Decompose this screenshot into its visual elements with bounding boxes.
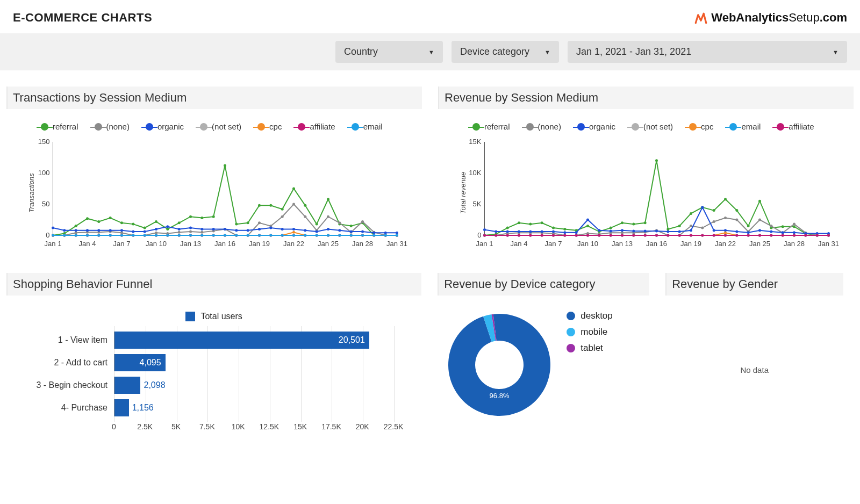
svg-point-71: [327, 215, 329, 218]
svg-point-72: [338, 221, 341, 224]
legend-item-none[interactable]: (none): [526, 122, 561, 131]
svg-point-74: [361, 220, 364, 223]
legend-item-email[interactable]: email: [729, 122, 761, 131]
legend-item-cpc[interactable]: cpc: [689, 122, 713, 131]
funnel-axis-tick: 5K: [171, 422, 181, 431]
svg-text:Jan 19: Jan 19: [249, 240, 270, 248]
panel-revenue-by-medium: Revenue by Session Medium referral(none)…: [438, 87, 854, 257]
svg-point-79: [63, 229, 66, 232]
svg-point-228: [350, 234, 353, 237]
legend-label: mobile: [580, 327, 607, 337]
svg-point-24: [144, 227, 146, 229]
legend-item-none[interactable]: (none): [95, 122, 130, 131]
legend-item-cpc[interactable]: cpc: [257, 122, 282, 131]
svg-text:Jan 28: Jan 28: [784, 240, 805, 248]
svg-point-329: [690, 229, 692, 232]
svg-point-452: [678, 234, 681, 237]
svg-point-18: [75, 225, 77, 227]
svg-point-94: [235, 229, 238, 232]
panel-revenue-by-device: Revenue by Device category 96.8% desktop…: [438, 273, 649, 444]
header: E-COMMERCE CHARTS WebAnalyticsSetup.com: [0, 0, 860, 33]
svg-point-219: [247, 234, 249, 237]
device-donut-chart: 96.8%: [443, 308, 556, 421]
legend-item-referral[interactable]: referral: [41, 122, 78, 131]
svg-point-208: [120, 234, 123, 237]
svg-point-37: [292, 188, 295, 190]
svg-point-216: [212, 234, 215, 237]
svg-point-253: [529, 223, 532, 226]
donut-legend-item-desktop[interactable]: desktop: [567, 311, 613, 321]
svg-point-89: [178, 228, 181, 231]
svg-point-261: [621, 221, 624, 224]
legend-item-referral[interactable]: referral: [472, 122, 510, 131]
svg-text:Jan 10: Jan 10: [577, 240, 598, 248]
funnel-legend: Total users: [12, 312, 416, 321]
donut-legend-item-tablet[interactable]: tablet: [567, 343, 613, 354]
legend-item-affiliate[interactable]: affiliate: [777, 122, 814, 131]
svg-point-264: [655, 159, 658, 162]
svg-point-324: [632, 229, 635, 232]
svg-point-300: [713, 220, 715, 223]
funnel-axis-tick: 0: [112, 422, 116, 431]
svg-point-108: [396, 232, 398, 234]
funnel-axis-tick: 15K: [293, 422, 307, 431]
country-dropdown-label: Country: [344, 46, 378, 57]
svg-point-334: [747, 231, 750, 234]
funnel-track: 1,156: [114, 399, 416, 416]
svg-point-465: [827, 234, 830, 237]
svg-text:0: 0: [477, 231, 481, 239]
device-category-dropdown[interactable]: Device category ▼: [452, 41, 559, 63]
no-data-message: No data: [665, 296, 843, 375]
svg-point-332: [724, 229, 727, 232]
svg-point-323: [621, 229, 624, 232]
svg-point-464: [816, 234, 819, 237]
svg-point-91: [200, 228, 203, 231]
legend-item-notset[interactable]: (not set): [200, 122, 241, 131]
svg-point-30: [212, 215, 215, 218]
legend-swatch: [185, 312, 195, 321]
svg-point-224: [304, 234, 306, 237]
funnel-value-label: 1,156: [132, 403, 154, 413]
svg-text:Jan 25: Jan 25: [749, 240, 770, 248]
svg-point-211: [155, 234, 157, 237]
svg-point-220: [258, 234, 261, 237]
svg-text:Jan 19: Jan 19: [680, 240, 701, 248]
svg-point-58: [178, 231, 181, 234]
legend-dot-icon: [689, 123, 697, 131]
date-dropdown-label: Jan 1, 2021 - Jan 31, 2021: [576, 46, 691, 57]
svg-point-271: [735, 209, 738, 212]
svg-point-463: [804, 234, 807, 237]
legend-item-affiliate[interactable]: affiliate: [298, 122, 335, 131]
svg-point-447: [621, 234, 624, 237]
legend-dot-icon: [146, 123, 153, 131]
svg-point-328: [678, 231, 681, 233]
svg-point-217: [224, 234, 226, 237]
svg-point-84: [120, 229, 123, 232]
svg-point-65: [258, 221, 261, 224]
svg-point-223: [292, 234, 295, 237]
svg-point-230: [372, 234, 375, 237]
legend-item-email[interactable]: email: [352, 122, 383, 131]
country-dropdown[interactable]: Country ▼: [335, 41, 443, 63]
svg-point-272: [747, 225, 750, 227]
svg-point-212: [166, 234, 169, 237]
svg-point-307: [793, 223, 796, 226]
svg-point-80: [75, 229, 77, 232]
legend-item-notset[interactable]: (not set): [632, 122, 673, 131]
legend-item-organic[interactable]: organic: [146, 122, 184, 131]
svg-point-222: [281, 234, 284, 237]
svg-point-304: [758, 219, 761, 221]
svg-point-260: [610, 227, 612, 229]
svg-point-265: [666, 228, 669, 231]
svg-point-23: [132, 223, 134, 226]
funnel-value-label: 2,098: [144, 380, 165, 390]
svg-point-85: [132, 231, 134, 233]
svg-point-107: [384, 232, 387, 234]
donut-legend-item-mobile[interactable]: mobile: [567, 327, 613, 337]
date-range-dropdown[interactable]: Jan 1, 2021 - Jan 31, 2021 ▼: [568, 41, 847, 63]
svg-point-461: [782, 234, 784, 237]
svg-point-301: [724, 217, 727, 219]
svg-point-218: [235, 234, 238, 237]
svg-point-325: [644, 229, 647, 232]
legend-item-organic[interactable]: organic: [577, 122, 615, 131]
